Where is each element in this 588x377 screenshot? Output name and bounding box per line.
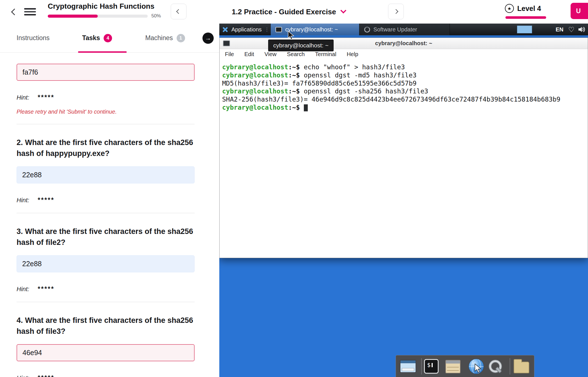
hint-label: Hint: xyxy=(17,374,29,377)
language-indicator[interactable]: EN xyxy=(556,26,564,33)
terminal-cursor xyxy=(304,104,308,111)
q3-answer-input[interactable] xyxy=(17,255,195,272)
heart-icon[interactable]: ♡ xyxy=(568,26,575,33)
dock-panel-preview-icon[interactable] xyxy=(400,360,416,373)
tab-tasks[interactable]: Tasks 4 xyxy=(82,34,112,42)
chevron-down-icon xyxy=(341,8,347,13)
hint-value: ***** xyxy=(38,196,54,204)
menu-search[interactable]: Search xyxy=(287,51,305,58)
active-tab-underline xyxy=(78,51,127,53)
lab-side-panel: Instructions Tasks 4 Machines 1 → Hint: … xyxy=(0,24,219,377)
menu-file[interactable]: File xyxy=(225,51,234,58)
question-3-text: 3. What are the first five characters of… xyxy=(17,226,195,248)
hint-value: ***** xyxy=(38,285,54,293)
divider xyxy=(17,213,195,213)
chevron-left-icon xyxy=(176,9,181,14)
tab-machines[interactable]: Machines 1 xyxy=(145,34,185,42)
terminal-icon xyxy=(275,27,282,32)
terminal-line: SHA2-256(hash3/file3)= 46e946d9c8c825d44… xyxy=(222,95,585,104)
mouse-cursor xyxy=(288,31,295,42)
dock-folder-icon[interactable] xyxy=(514,362,529,373)
back-button[interactable] xyxy=(9,6,20,17)
dock-search-icon[interactable] xyxy=(488,359,502,374)
level-star-icon: ★ xyxy=(505,4,514,13)
hamburger-menu-button[interactable] xyxy=(24,6,36,17)
workspace-pager[interactable] xyxy=(517,26,532,33)
hint-label: Hint: xyxy=(17,197,29,204)
next-lesson-button[interactable] xyxy=(388,4,404,19)
dock-separator xyxy=(421,358,422,374)
course-info: Cryptographic Hash Functions 50% xyxy=(48,2,161,19)
hint-row: Hint: ***** xyxy=(17,374,195,377)
q4-answer-input[interactable] xyxy=(17,344,195,361)
retry-message: Please retry and hit 'Submit' to continu… xyxy=(17,109,195,115)
upgrade-button[interactable]: U xyxy=(571,3,588,19)
divider xyxy=(17,124,195,124)
lesson-title: 1.2 Practice - Guided Exercise xyxy=(232,8,336,16)
terminal-line: cybrary@localhost:~$ xyxy=(222,104,585,112)
applications-label: Applications xyxy=(231,26,262,33)
applications-menu-button[interactable]: Applications xyxy=(219,24,265,35)
q1-answer-input[interactable] xyxy=(17,64,195,81)
taskbar-window-terminal[interactable]: cybrary@localhost: ~ xyxy=(270,24,359,35)
tasks-content: Hint: ***** Please retry and hit 'Submit… xyxy=(0,64,219,377)
terminal-line: cybrary@localhost:~$openssl dgst -sha256… xyxy=(222,87,585,95)
tab-instructions-label: Instructions xyxy=(17,34,50,42)
course-progress-label: 50% xyxy=(151,13,161,19)
hint-row: Hint: ***** xyxy=(17,94,195,101)
course-progress-bar xyxy=(48,15,148,18)
volume-icon[interactable] xyxy=(578,26,586,33)
menu-help[interactable]: Help xyxy=(347,51,358,58)
xubuntu-logo-icon xyxy=(222,26,228,33)
tasks-count-badge: 4 xyxy=(104,34,112,42)
terminal-window-title: cybrary@localhost: ~ xyxy=(375,40,432,47)
tabs-next-arrow-button[interactable]: → xyxy=(202,33,214,44)
terminal-line: cybrary@localhost:~$openssl dgst -md5 ha… xyxy=(222,71,585,79)
terminal-output[interactable]: cybrary@localhost:~$echo "whoof" > hash3… xyxy=(220,59,588,115)
desktop-taskbar: Applications ⋮ cybrary@localhost: ~ Soft… xyxy=(219,24,588,35)
menu-view[interactable]: View xyxy=(265,51,277,58)
remote-desktop-view[interactable]: Applications ⋮ cybrary@localhost: ~ Soft… xyxy=(219,24,588,377)
hint-row: Hint: ***** xyxy=(17,285,195,293)
divider xyxy=(17,302,195,302)
q2-answer-input[interactable] xyxy=(17,166,195,183)
taskbar-handle-icon: ⋮ xyxy=(265,27,269,33)
question-2-text: 2. What are the first five characters of… xyxy=(17,137,195,159)
lesson-selector[interactable]: 1.2 Practice - Guided Exercise xyxy=(232,0,345,24)
course-title: Cryptographic Hash Functions xyxy=(48,2,161,11)
app-header: Cryptographic Hash Functions 50% 1.2 Pra… xyxy=(0,0,588,24)
terminal-icon xyxy=(223,40,230,46)
hint-value: ***** xyxy=(38,94,54,101)
tab-instructions[interactable]: Instructions xyxy=(17,34,50,42)
tab-machines-label: Machines xyxy=(145,34,173,42)
menu-terminal[interactable]: Terminal xyxy=(315,51,336,58)
arrow-right-icon: → xyxy=(205,35,211,42)
chevron-right-icon xyxy=(394,9,398,14)
hint-row: Hint: ***** xyxy=(17,196,195,204)
question-4-text: 4. What are the first five characters of… xyxy=(17,315,195,337)
taskbar-window-software-updater[interactable]: Software Updater xyxy=(359,24,450,35)
hint-label: Hint: xyxy=(17,94,29,101)
taskbar-updater-label: Software Updater xyxy=(373,26,417,33)
dock-separator xyxy=(510,358,510,374)
mouse-cursor xyxy=(474,364,482,375)
chevron-left-icon xyxy=(11,8,18,15)
machines-count-badge: 1 xyxy=(177,34,185,42)
level-label: Level 4 xyxy=(517,4,541,13)
previous-lesson-button[interactable] xyxy=(171,4,186,19)
taskbar-tooltip: cybrary@localhost: ~ xyxy=(268,40,334,51)
terminal-line: cybrary@localhost:~$echo "whoof" > hash3… xyxy=(222,63,585,71)
level-progress-bar xyxy=(505,16,546,19)
tab-tasks-label: Tasks xyxy=(82,34,100,42)
course-progress-fill xyxy=(48,15,98,18)
software-updater-icon xyxy=(364,27,370,33)
dollar-glyph: $ xyxy=(427,362,430,368)
dock-terminal-icon[interactable]: $ xyxy=(424,359,439,374)
menu-edit[interactable]: Edit xyxy=(244,51,254,58)
dock-file-manager-icon[interactable] xyxy=(445,360,461,373)
hint-label: Hint: xyxy=(17,286,29,293)
terminal-line: MD5(hash3/file3)= fa7f65890dd85c6e51595e… xyxy=(222,79,585,88)
panel-tabs: Instructions Tasks 4 Machines 1 → xyxy=(0,24,219,53)
terminal-window[interactable]: cybrary@localhost: ~ File Edit View Sear… xyxy=(219,38,588,258)
desktop-dock: $ xyxy=(396,355,534,377)
